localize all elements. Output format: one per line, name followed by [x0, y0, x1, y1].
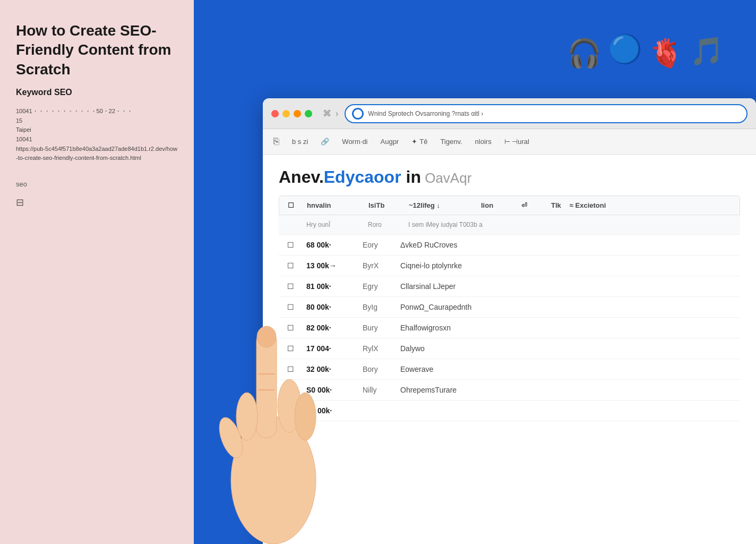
toolbar-label-worm: Worm·di: [342, 138, 367, 146]
toolbar-item-tigenv[interactable]: Tigenv.: [440, 138, 462, 146]
svg-point-6: [257, 326, 276, 347]
tl-orange[interactable]: [294, 110, 301, 117]
toolbar-item-1[interactable]: b s zi: [292, 138, 308, 146]
icon2: 🔵: [608, 33, 642, 65]
col-extra-header2: ≈ Excietoni: [570, 201, 606, 209]
main-area: 🎧 🔵 🫀 🎵 ⌘ › Wnind Sprotech Ovsarroning ?…: [194, 0, 756, 544]
toolbar-label-nloirs: nloirs: [475, 138, 492, 146]
content-header: Anev.Edycaoor in OavAqr: [279, 167, 740, 187]
col-diff-header: ~12lifeg ↓: [409, 201, 472, 209]
toolbar-label-tigenv: Tigenv.: [440, 138, 462, 146]
icon1: 🎧: [567, 37, 602, 70]
toolbar-item-0[interactable]: ⎘: [273, 136, 279, 147]
toolbar-item-worm[interactable]: Worm·di: [342, 138, 367, 146]
toolbar-item-2[interactable]: 🔗: [321, 138, 329, 146]
tl-green[interactable]: [305, 110, 312, 117]
table-header: ☐ hnvalin lsiTb ~12lifeg ↓ lion ⏎ Tlk ≈ …: [279, 196, 740, 215]
nav-back[interactable]: ⌘: [323, 108, 331, 118]
sidebar-title: How to Create SEO-Friendly Content from …: [16, 21, 178, 79]
toolbar-icon-0: ⎘: [273, 136, 279, 147]
col-vol-header: lsiTb: [368, 201, 400, 209]
toolbar-icon-2: 🔗: [321, 138, 329, 146]
sidebar-meta: 10041・・・・・・・・・・・50・22・・・ 15 Taipei 10041…: [16, 107, 178, 163]
hand-overlay: [194, 225, 353, 544]
tl-yellow[interactable]: [282, 110, 290, 117]
title-part3: in: [401, 167, 421, 186]
toolbar-item-ural[interactable]: ⊢ ⊣ural: [504, 138, 529, 146]
col-status-header: hnvalin: [307, 201, 360, 209]
icon4: 🎵: [690, 35, 724, 67]
traffic-lights: [271, 110, 312, 117]
toolbar-item-nloirs[interactable]: nloirs: [475, 138, 492, 146]
toolbar-icon-te: ✦: [411, 138, 417, 146]
toolbar-label-augpr: Augpr: [381, 138, 399, 146]
toolbar-label-te: Tē: [419, 138, 427, 146]
tl-red[interactable]: [271, 110, 279, 117]
col-misc-header: ⏎: [521, 201, 543, 209]
top-icons-area: 🎧 🔵 🫀 🎵: [567, 37, 724, 70]
svg-point-3: [295, 393, 316, 440]
col-intent-header: lion: [481, 201, 513, 209]
toolbar-label-ural: ⊢ ⊣ural: [504, 138, 529, 146]
subheader-col2: Roro: [368, 221, 400, 228]
col-extra-header1: Tlk: [551, 201, 561, 209]
title-part2: Edycaoor: [324, 167, 401, 186]
browser-toolbar: ⎘ b s zi 🔗 Worm·di Augpr ✦ Tē Tigenv.: [263, 129, 756, 155]
nav-forward[interactable]: ›: [336, 109, 338, 118]
sidebar-tag-icon: ⊟: [16, 197, 178, 208]
icon3: 🫀: [649, 37, 683, 70]
sidebar-subtitle: Keyword SEO: [16, 88, 178, 97]
toolbar-item-te[interactable]: ✦ Tē: [411, 138, 427, 146]
omnibox-icon: [352, 108, 364, 120]
sidebar: How to Create SEO-Friendly Content from …: [0, 0, 194, 544]
title-part1: Anev.: [279, 167, 324, 186]
browser-omnibox[interactable]: Wnind Sprotech Ovsarroning ?rnats αitl ›: [345, 104, 748, 123]
subheader-col3: I sem iMey iudyai T003b a: [408, 221, 483, 228]
content-title: Anev.Edycaoor in OavAqr: [279, 167, 471, 187]
title-part4: OavAqr: [421, 170, 471, 186]
toolbar-label-1: b s zi: [292, 138, 308, 146]
sidebar-tag: seo: [16, 180, 178, 188]
browser-topbar: ⌘ › Wnind Sprotech Ovsarroning ?rnats αi…: [263, 98, 756, 129]
toolbar-item-augpr[interactable]: Augpr: [381, 138, 399, 146]
col-check-header: ☐: [288, 201, 298, 209]
omnibox-url: Wnind Sprotech Ovsarroning ?rnats αitl ›: [368, 110, 483, 117]
browser-nav: ⌘ ›: [323, 108, 338, 118]
